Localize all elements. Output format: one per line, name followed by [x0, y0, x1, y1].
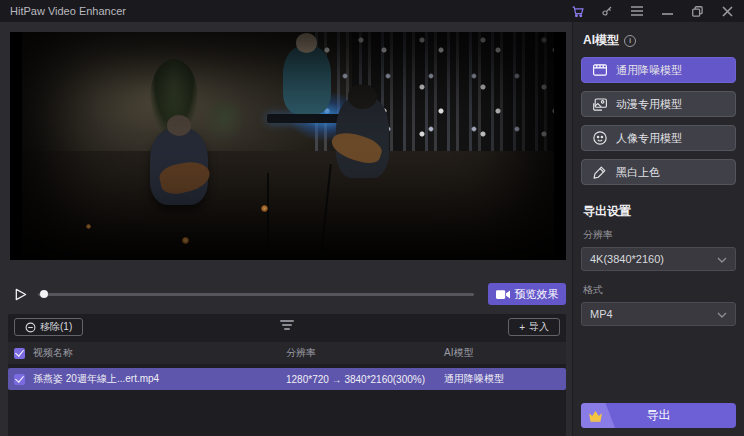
column-resolution: 分辨率: [286, 346, 444, 360]
row-resolution: 1280*720 → 3840*2160(300%): [286, 374, 444, 385]
plus-icon: +: [519, 322, 525, 333]
menu-icon[interactable]: [630, 4, 644, 18]
file-list-panel: 移除(1) + 导入 视频名称 分辨率 AI模型: [8, 314, 566, 436]
column-ai-model: AI模型: [444, 346, 560, 360]
key-icon[interactable]: [600, 4, 614, 18]
import-button[interactable]: + 导入: [508, 318, 560, 336]
export-settings-title: 导出设置: [583, 203, 736, 220]
format-label: 格式: [583, 283, 736, 297]
maximize-icon[interactable]: [690, 4, 704, 18]
model-button-label: 通用降噪模型: [616, 63, 682, 78]
main-content: 预览效果 移除(1) + 导入: [0, 22, 572, 436]
row-file-name: 孫燕姿 20週年線上...ert.mp4: [33, 372, 159, 386]
app-window: HitPaw Video Enhancer: [0, 0, 744, 436]
anime-image-icon: [592, 97, 607, 112]
export-button-label: 导出: [647, 407, 671, 424]
import-button-label: 导入: [529, 320, 549, 334]
model-button-label: 人像专用模型: [616, 131, 682, 146]
model-button-colorize[interactable]: 黑白上色: [581, 159, 736, 185]
model-button-general-denoise[interactable]: 通用降噪模型: [581, 57, 736, 83]
vignette: [22, 32, 554, 260]
column-video-name: 视频名称: [33, 346, 73, 360]
export-button[interactable]: 导出: [581, 403, 736, 428]
sidebar: AI模型 i 通用降噪模型 动漫专用模型: [572, 22, 744, 436]
film-frame-icon: [592, 63, 607, 78]
format-value: MP4: [590, 308, 613, 320]
model-button-portrait[interactable]: 人像专用模型: [581, 125, 736, 151]
player-controls: 预览效果: [10, 274, 566, 314]
info-icon[interactable]: i: [624, 35, 636, 47]
resolution-label: 分辨率: [583, 228, 736, 242]
video-camera-icon: [496, 289, 510, 300]
minus-circle-icon: [25, 322, 36, 333]
resolution-value: 4K(3840*2160): [590, 253, 664, 265]
chevron-down-icon: [717, 253, 727, 265]
preview-effect-button[interactable]: 预览效果: [488, 283, 566, 305]
titlebar: HitPaw Video Enhancer: [0, 0, 744, 22]
portrait-face-icon: [592, 131, 607, 146]
minimize-icon[interactable]: [660, 4, 674, 18]
remove-button[interactable]: 移除(1): [14, 318, 83, 336]
seek-slider[interactable]: [38, 284, 474, 304]
model-button-label: 黑白上色: [616, 165, 660, 180]
format-dropdown[interactable]: MP4: [581, 302, 736, 326]
select-all-checkbox[interactable]: [14, 348, 25, 359]
video-frame: [22, 32, 554, 260]
ai-models-title: AI模型: [583, 32, 619, 49]
window-title: HitPaw Video Enhancer: [10, 5, 126, 17]
resolution-dropdown[interactable]: 4K(3840*2160): [581, 247, 736, 271]
model-button-label: 动漫专用模型: [616, 97, 682, 112]
seek-thumb[interactable]: [40, 290, 48, 298]
chevron-down-icon: [717, 308, 727, 320]
remove-button-label: 移除(1): [40, 320, 72, 334]
ai-models-header: AI模型 i: [583, 32, 736, 49]
video-preview: [10, 32, 566, 260]
cart-icon[interactable]: [570, 4, 584, 18]
crown-icon: [581, 403, 615, 428]
model-button-anime[interactable]: 动漫专用模型: [581, 91, 736, 117]
close-icon[interactable]: [720, 4, 734, 18]
seek-track[interactable]: [38, 293, 474, 296]
collapse-handle-icon[interactable]: [280, 320, 294, 330]
preview-effect-label: 预览效果: [515, 287, 559, 302]
row-checkbox[interactable]: [14, 374, 25, 385]
play-button[interactable]: [10, 284, 30, 304]
titlebar-icons: [570, 4, 734, 18]
colorize-brush-icon: [592, 165, 607, 180]
table-header: 视频名称 分辨率 AI模型: [8, 342, 566, 364]
table-row[interactable]: 孫燕姿 20週年線上...ert.mp4 1280*720 → 3840*216…: [8, 368, 566, 390]
list-toolbar: 移除(1) + 导入: [8, 314, 566, 338]
row-ai-model: 通用降噪模型: [444, 372, 560, 386]
